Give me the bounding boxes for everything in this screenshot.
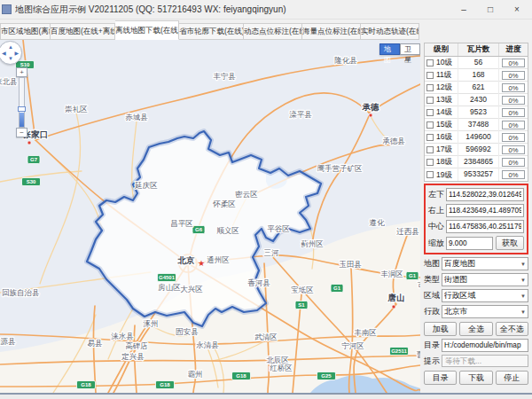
column-header: 级别 bbox=[425, 43, 458, 56]
select-rows: 地图百度地图▼类型街道图▼区域行政区域▼行政北京市▼ bbox=[424, 257, 528, 318]
pan-down-icon[interactable]: ▼ bbox=[8, 56, 13, 61]
level-row: 15级374880% bbox=[425, 119, 528, 131]
level-label: 13级 bbox=[436, 94, 452, 106]
satellite-mode-button[interactable]: 卫星 bbox=[400, 43, 420, 55]
level-label: 10级 bbox=[436, 57, 452, 68]
tile-count: 9523 bbox=[458, 106, 499, 119]
level-checkbox[interactable] bbox=[426, 134, 434, 141]
action-button[interactable]: 加载 bbox=[424, 322, 457, 336]
svg-text:S1: S1 bbox=[298, 302, 305, 308]
level-checkbox[interactable] bbox=[426, 97, 434, 104]
road-shield: G25 bbox=[317, 372, 336, 380]
map-area[interactable]: S10G7S30G6G4501G1S1G1G25G18G18G18G2511 ★… bbox=[0, 40, 420, 393]
select-label: 区域 bbox=[424, 290, 442, 301]
minimize-button[interactable]: – bbox=[450, 1, 477, 19]
zoom-value-input[interactable] bbox=[446, 237, 493, 250]
tab-0[interactable]: 市区域地图(离线) bbox=[0, 23, 51, 40]
window-controls: – □ × bbox=[450, 1, 530, 19]
map-label: 承德 bbox=[362, 102, 380, 112]
level-checkbox[interactable] bbox=[426, 109, 434, 116]
select-value: 北京市 bbox=[444, 307, 520, 317]
select-row: 类型街道图▼ bbox=[424, 273, 528, 286]
pan-up-icon[interactable]: ▲ bbox=[8, 44, 13, 50]
tab-3[interactable]: 省市轮廓下载(在线) bbox=[179, 23, 244, 40]
svg-text:G25: G25 bbox=[321, 373, 332, 379]
svg-text:G7: G7 bbox=[30, 157, 38, 162]
map-label: 高碑店 bbox=[125, 341, 148, 350]
coordinates-box: 左下右上中心 缩放 获取 bbox=[424, 184, 528, 254]
map-label: 通州区 bbox=[207, 255, 230, 264]
map-label: 霸州 bbox=[188, 370, 203, 379]
level-label: 16级 bbox=[436, 131, 452, 143]
tab-4[interactable]: 动态点位标注(在线) bbox=[244, 23, 302, 40]
tab-5[interactable]: 海量点位标注(在线) bbox=[302, 23, 361, 40]
tab-2[interactable]: 离线地图下载(在线) bbox=[115, 20, 179, 40]
download-button[interactable]: 目录 bbox=[424, 371, 457, 385]
select-区域[interactable]: 行政区域▼ bbox=[442, 289, 528, 302]
level-checkbox[interactable] bbox=[426, 59, 434, 66]
get-button[interactable]: 获取 bbox=[496, 236, 524, 250]
coord-input[interactable] bbox=[446, 220, 524, 233]
column-header: 瓦片数 bbox=[458, 43, 499, 56]
level-row: 18级23848650% bbox=[425, 156, 528, 168]
bottom-buttons-row: 目录下载停止 bbox=[424, 371, 528, 385]
level-checkbox[interactable] bbox=[426, 171, 434, 178]
progress-cell: 0% bbox=[502, 108, 525, 117]
select-label: 行政 bbox=[424, 306, 442, 317]
tile-count: 2384865 bbox=[458, 156, 499, 168]
level-row: 17级5969920% bbox=[425, 144, 528, 156]
tile-count: 621 bbox=[458, 82, 499, 94]
select-类型[interactable]: 街道图▼ bbox=[442, 273, 528, 286]
title-bar: 地图综合应用示例 V20211205 (QQ: 517216493 WX: fe… bbox=[0, 0, 532, 20]
select-label: 类型 bbox=[424, 274, 442, 286]
map-label: 房山区 bbox=[158, 283, 181, 292]
maximize-button[interactable]: □ bbox=[477, 1, 504, 19]
road-shield: G1 bbox=[331, 285, 343, 293]
zoom-in-button[interactable]: + bbox=[16, 67, 27, 77]
directory-row: 目录 bbox=[424, 339, 528, 352]
level-checkbox[interactable] bbox=[426, 72, 434, 79]
download-button[interactable]: 下载 bbox=[459, 371, 492, 385]
level-checkbox[interactable] bbox=[426, 159, 434, 166]
pan-left-icon[interactable]: ◀ bbox=[2, 51, 6, 56]
zoom-out-button[interactable]: − bbox=[16, 128, 27, 137]
coord-input[interactable] bbox=[446, 188, 524, 201]
road-shield: G4501 bbox=[158, 274, 176, 282]
coord-label: 右上 bbox=[428, 205, 446, 216]
pan-right-icon[interactable]: ▶ bbox=[14, 51, 19, 56]
coords-rows: 左下右上中心 bbox=[428, 188, 524, 233]
level-row: 11级1680% bbox=[425, 69, 528, 82]
map-label: 固安县 bbox=[176, 327, 199, 336]
download-button[interactable]: 停止 bbox=[496, 371, 528, 385]
progress-cell: 0% bbox=[502, 83, 525, 92]
zoom-slider-track[interactable] bbox=[19, 77, 25, 128]
directory-input[interactable] bbox=[442, 339, 528, 352]
select-value: 街道图 bbox=[444, 275, 520, 286]
baidu-map-canvas[interactable]: S10G7S30G6G4501G1S1G1G25G18G18G18G2511 ★… bbox=[0, 40, 420, 393]
action-button[interactable]: 全不选 bbox=[496, 322, 528, 336]
svg-text:G2511: G2511 bbox=[391, 348, 407, 354]
coord-input[interactable] bbox=[446, 204, 524, 217]
zoom-slider-handle[interactable] bbox=[18, 106, 26, 112]
map-label: 昌平区 bbox=[170, 219, 193, 228]
action-button[interactable]: 全选 bbox=[459, 322, 492, 336]
map-label: 延庆区 bbox=[134, 181, 158, 190]
tab-1[interactable]: 百度地图(在线+离线) bbox=[51, 23, 115, 40]
tab-6[interactable]: 实时动态轨迹(在线) bbox=[361, 23, 419, 40]
tip-label: 提示 bbox=[424, 356, 442, 367]
map-mode-button[interactable]: 地图 bbox=[379, 43, 400, 55]
svg-text:G18: G18 bbox=[160, 382, 170, 387]
level-checkbox[interactable] bbox=[426, 146, 434, 153]
tile-count: 168 bbox=[458, 69, 499, 82]
app-window: 地图综合应用示例 V20211205 (QQ: 517216493 WX: fe… bbox=[0, 0, 532, 399]
progress-cell: 0% bbox=[502, 121, 525, 129]
map-label: 涿州 bbox=[144, 319, 159, 328]
level-checkbox[interactable] bbox=[426, 121, 434, 129]
level-checkbox[interactable] bbox=[426, 84, 434, 91]
select-地图[interactable]: 百度地图▼ bbox=[442, 257, 528, 270]
close-button[interactable]: × bbox=[504, 1, 530, 19]
capital-star-icon: ★ bbox=[198, 259, 205, 268]
progress-cell: 0% bbox=[502, 71, 525, 80]
select-行政[interactable]: 北京市▼ bbox=[442, 305, 528, 318]
level-label: 19级 bbox=[436, 169, 452, 181]
